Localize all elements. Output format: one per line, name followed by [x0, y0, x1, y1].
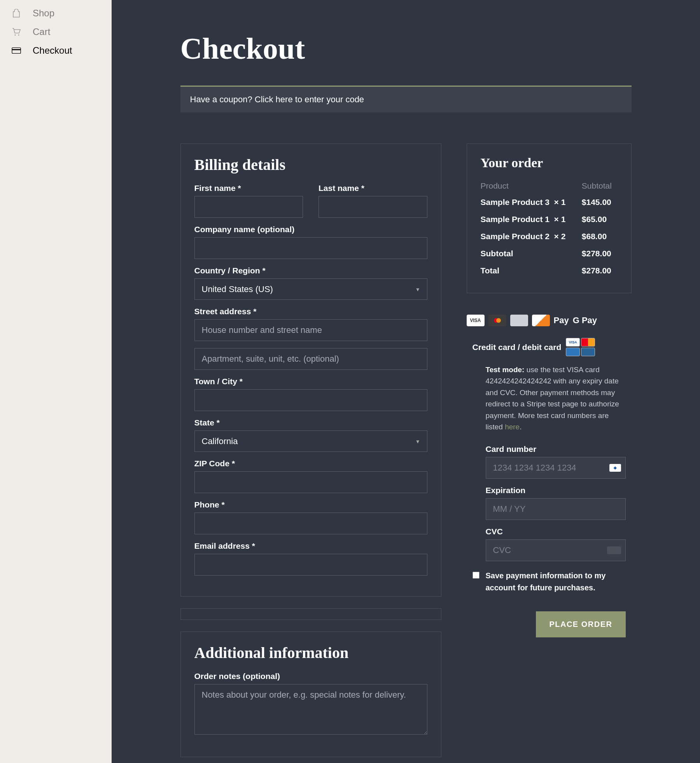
company-field[interactable]	[194, 237, 427, 259]
subtotal-value: $278.00	[582, 245, 618, 262]
street-label: Street address *	[194, 307, 427, 316]
additional-info-panel: Additional information Order notes (opti…	[180, 632, 441, 757]
total-label: Total	[481, 262, 582, 279]
svg-point-0	[15, 35, 16, 36]
payment-method-label: Credit card / debit card	[472, 343, 562, 352]
additional-heading: Additional information	[194, 644, 427, 662]
test-mode-note: Test mode: use the test VISA card 424242…	[472, 364, 626, 433]
google-pay-icon: G Pay	[573, 315, 597, 326]
country-select[interactable]: United States (US)	[194, 278, 427, 300]
item-subtotal: $68.00	[582, 228, 618, 245]
cvc-field[interactable]	[486, 539, 626, 561]
payment-method-icons: VISA Pay G Pay	[467, 305, 632, 338]
svg-rect-2	[12, 48, 21, 54]
page-title: Checkout	[180, 31, 632, 66]
visa-icon: VISA	[467, 315, 485, 326]
subtotal-label: Subtotal	[481, 245, 582, 262]
sidebar-item-label: Cart	[33, 26, 50, 37]
country-label: Country / Region *	[194, 266, 427, 275]
save-payment-label: Save payment information to my account f…	[486, 570, 626, 594]
cb-badge	[581, 348, 595, 356]
order-notes-field[interactable]	[194, 684, 427, 735]
apple-pay-icon: Pay	[554, 315, 569, 326]
mastercard-icon	[488, 315, 506, 326]
visa-badge: VISA	[566, 338, 580, 346]
expiration-field[interactable]	[486, 498, 626, 520]
cvc-label: CVC	[486, 527, 626, 536]
order-notes-label: Order notes (optional)	[194, 672, 427, 681]
col-subtotal: Subtotal	[582, 178, 618, 194]
amex-icon	[510, 315, 528, 326]
coupon-prompt: Have a coupon?	[190, 94, 255, 104]
item-subtotal: $145.00	[582, 194, 618, 211]
place-order-button[interactable]: PLACE ORDER	[536, 611, 625, 637]
sidebar-item-checkout[interactable]: Checkout	[0, 41, 112, 60]
col-product: Product	[481, 178, 582, 194]
coupon-link[interactable]: Click here to enter your code	[255, 94, 364, 104]
order-row: Sample Product 2 × 2 $68.00	[481, 228, 618, 245]
order-row: Sample Product 1 × 1 $65.00	[481, 211, 618, 228]
item-subtotal: $65.00	[582, 211, 618, 228]
card-number-field[interactable]	[486, 457, 626, 479]
town-field[interactable]	[194, 389, 427, 411]
street-field-2[interactable]	[194, 348, 427, 370]
company-label: Company name (optional)	[194, 225, 427, 234]
first-name-label: First name *	[194, 184, 303, 193]
order-heading: Your order	[481, 156, 618, 170]
item-name: Sample Product 1	[481, 215, 550, 224]
cart-icon	[12, 27, 21, 37]
first-name-field[interactable]	[194, 196, 303, 218]
phone-label: Phone *	[194, 500, 427, 509]
payment-header: Credit card / debit card VISA	[472, 338, 626, 356]
zip-field[interactable]	[194, 471, 427, 493]
item-qty: × 1	[554, 198, 566, 206]
coupon-notice: Have a coupon? Click here to enter your …	[180, 86, 632, 112]
diners-icon: ◈	[609, 464, 621, 472]
bag-icon	[12, 9, 21, 18]
email-label: Email address *	[194, 541, 427, 551]
test-cards-link[interactable]: here	[505, 423, 520, 431]
street-field-1[interactable]	[194, 319, 427, 341]
shipping-panel-collapsed	[180, 608, 441, 620]
billing-heading: Billing details	[194, 156, 427, 174]
zip-label: ZIP Code *	[194, 459, 427, 468]
item-name: Sample Product 2	[481, 232, 550, 241]
item-name: Sample Product 3	[481, 198, 550, 206]
expiration-label: Expiration	[486, 486, 626, 495]
sidebar: Shop Cart Checkout	[0, 0, 112, 763]
total-value: $278.00	[582, 262, 618, 279]
save-payment-checkbox[interactable]	[472, 572, 480, 579]
save-payment-row[interactable]: Save payment information to my account f…	[472, 570, 626, 594]
svg-rect-3	[12, 49, 21, 50]
card-number-label: Card number	[486, 444, 626, 454]
item-qty: × 1	[554, 215, 566, 224]
svg-point-5	[496, 318, 501, 323]
last-name-label: Last name *	[318, 184, 427, 193]
item-qty: × 2	[554, 232, 566, 241]
discover-icon	[532, 315, 550, 326]
mastercard-badge	[581, 338, 595, 346]
main-content: Checkout Have a coupon? Click here to en…	[112, 0, 700, 763]
svg-point-1	[18, 35, 19, 36]
sidebar-item-cart[interactable]: Cart	[0, 23, 112, 41]
order-table: Product Subtotal Sample Product 3 × 1 $1…	[481, 178, 618, 279]
state-label: State *	[194, 418, 427, 427]
sidebar-item-label: Shop	[33, 8, 54, 19]
town-label: Town / City *	[194, 377, 427, 386]
cvc-hint-icon	[607, 546, 621, 554]
state-select[interactable]: California	[194, 430, 427, 452]
payment-box: Credit card / debit card VISA Test mode:…	[467, 338, 632, 637]
sidebar-item-label: Checkout	[33, 45, 72, 56]
email-field[interactable]	[194, 554, 427, 576]
order-summary-panel: Your order Product Subtotal Sample Produ…	[467, 144, 632, 293]
billing-panel: Billing details First name * Last name *…	[180, 144, 441, 597]
phone-field[interactable]	[194, 513, 427, 534]
amex-badge	[566, 348, 580, 356]
order-row: Sample Product 3 × 1 $145.00	[481, 194, 618, 211]
last-name-field[interactable]	[318, 196, 427, 218]
card-icon	[12, 46, 21, 55]
sidebar-item-shop[interactable]: Shop	[0, 4, 112, 23]
